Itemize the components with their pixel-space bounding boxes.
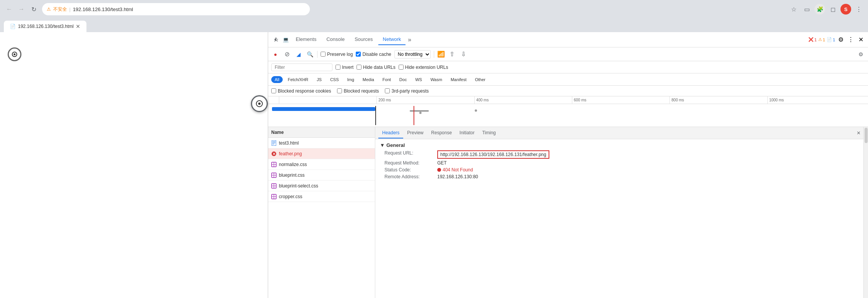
reload-button[interactable]: ↻ (28, 4, 39, 15)
hide-data-urls-checkbox[interactable]: Hide data URLs (357, 65, 396, 70)
tab-close[interactable]: ✕ (76, 23, 80, 29)
type-btn-font[interactable]: Font (379, 76, 394, 83)
request-name: cropper.css (279, 194, 302, 199)
forward-button[interactable]: → (16, 4, 27, 15)
adv-filter-blocked-requests[interactable]: Blocked requests (337, 88, 379, 94)
bookmark-button[interactable]: ☆ (788, 4, 799, 15)
hide-data-urls-input[interactable] (357, 65, 362, 70)
request-css-icon (271, 183, 277, 189)
svg-rect-2 (272, 143, 275, 143)
type-btn-other[interactable]: Other (471, 76, 489, 83)
tab-sources[interactable]: Sources (350, 34, 378, 45)
request-row[interactable]: cropper.css (268, 191, 375, 202)
maximize-button[interactable]: ◻ (827, 4, 838, 15)
details-tab-headers[interactable]: Headers (378, 128, 403, 138)
details-close-button[interactable]: × (857, 130, 860, 137)
type-btn-wasm[interactable]: Wasm (427, 76, 446, 83)
advanced-filter-bar: Blocked response cookies Blocked request… (268, 86, 868, 96)
disable-cache-checkbox[interactable]: Disable cache (356, 52, 391, 57)
type-btn-css[interactable]: CSS (327, 76, 342, 83)
preserve-log-input[interactable] (321, 52, 326, 57)
tick-4: 800 ms (669, 96, 767, 104)
clear-button[interactable]: ⊘ (283, 50, 291, 59)
devtools-icon-responsive[interactable]: 💻 (281, 35, 290, 44)
tick-5: 1000 ms (767, 96, 865, 104)
export-button[interactable]: ⇩ (459, 50, 468, 59)
request-name: normalize.css (279, 162, 307, 167)
hide-extension-urls-input[interactable] (399, 65, 404, 70)
browser-chrome: ← → ↻ ⚠ 不安全 | 192.168.126.130/test3.html… (0, 0, 868, 32)
status-dot (437, 168, 441, 172)
import-button[interactable]: ⇧ (448, 50, 456, 59)
devtools-settings-button[interactable]: ⚙ (837, 36, 845, 44)
type-btn-js[interactable]: JS (313, 76, 325, 83)
security-warning-text: 不安全 (53, 6, 67, 13)
browser-tab[interactable]: 📄 192.168.126.130/test3.html ✕ (4, 21, 86, 32)
search-button[interactable]: 🔍 (306, 50, 314, 59)
adv-filter-blocked-response-cookies[interactable]: Blocked response cookies (271, 88, 331, 94)
request-method-key: Request Method: (384, 160, 434, 166)
tab-network[interactable]: Network (378, 34, 406, 45)
devtools-more-button[interactable]: ⋮ (847, 36, 855, 44)
throttle-select[interactable]: No throttling (394, 50, 431, 59)
invert-input[interactable] (335, 65, 340, 70)
tab-more[interactable]: » (408, 36, 411, 43)
request-name: test3.html (279, 140, 299, 146)
remote-address-value: 192.168.126.130:80 (437, 174, 478, 179)
timeline: 200 ms 400 ms 600 ms 800 ms 1000 ms (268, 96, 868, 127)
request-row[interactable]: blueprint.css (268, 170, 375, 181)
request-css-icon (271, 194, 277, 199)
devtools-icon-select[interactable]: ⯪ (271, 35, 280, 44)
tick-2: 400 ms (474, 96, 572, 104)
timeline-line-red (414, 106, 414, 125)
network-settings-button[interactable]: ⚙ (857, 50, 865, 59)
request-row[interactable]: ✕ feather.png (268, 148, 375, 159)
menu-button[interactable]: ⋮ (853, 4, 864, 15)
scrollbar[interactable] (863, 127, 868, 298)
type-btn-img[interactable]: Img (344, 76, 358, 83)
type-btn-fetch/xhr[interactable]: Fetch/XHR (284, 76, 312, 83)
request-row[interactable]: normalize.css (268, 159, 375, 170)
hide-extension-urls-checkbox[interactable]: Hide extension URLs (399, 65, 448, 70)
ext-icon: 🧩 (814, 4, 825, 15)
details-tab-response[interactable]: Response (427, 128, 456, 138)
extensions-button[interactable]: ▭ (801, 4, 812, 15)
request-row[interactable]: test3.html (268, 138, 375, 148)
filter-input[interactable] (271, 64, 332, 71)
details-tab-timing[interactable]: Timing (478, 128, 500, 138)
tick-1: 200 ms (376, 96, 474, 104)
request-url-key: Request URL: (384, 150, 434, 159)
back-button[interactable]: ← (4, 4, 15, 15)
request-name: feather.png (279, 151, 302, 156)
request-method-row: Request Method: GET (380, 160, 859, 166)
details-tab-preview[interactable]: Preview (403, 128, 427, 138)
details-tab-initiator[interactable]: Initiator (456, 128, 478, 138)
split-panel: Name test3.html ✕ feather.png normalize.… (268, 127, 868, 298)
status-code-value: 404 Not Found (437, 167, 473, 173)
timeline-line-dark (375, 106, 376, 125)
svg-text:✕: ✕ (272, 152, 275, 156)
devtools-close-button[interactable]: ✕ (857, 36, 865, 44)
type-btn-media[interactable]: Media (359, 76, 378, 83)
disable-cache-input[interactable] (356, 52, 361, 57)
status-code-row: Status Code: 404 Not Found (380, 167, 859, 173)
tab-console[interactable]: Console (322, 34, 349, 45)
wifi-icon: 📶 (437, 50, 445, 58)
type-btn-manifest[interactable]: Manifest (447, 76, 470, 83)
tab-elements[interactable]: Elements (291, 34, 321, 45)
record-button[interactable]: ● (271, 50, 280, 59)
type-btn-ws[interactable]: WS (412, 76, 425, 83)
address-bar[interactable]: ⚠ 不安全 | 192.168.126.130/test3.html (42, 3, 310, 15)
type-btn-doc[interactable]: Doc (396, 76, 410, 83)
filter-button[interactable]: ◢ (294, 50, 303, 59)
request-css-icon (271, 162, 277, 167)
type-btn-all[interactable]: All (271, 76, 283, 83)
adv-filter-3rd-party-requests[interactable]: 3rd-party requests (385, 88, 428, 94)
browser-actions: ☆ ▭ 🧩 ◻ S ⋮ (788, 4, 864, 15)
svg-rect-3 (272, 144, 274, 144)
invert-checkbox[interactable]: Invert (335, 65, 353, 70)
profile-icon: S (840, 4, 851, 15)
general-section-header[interactable]: ▼ General (380, 142, 859, 148)
preserve-log-checkbox[interactable]: Preserve log (321, 52, 353, 57)
request-row[interactable]: blueprint-select.css (268, 181, 375, 191)
